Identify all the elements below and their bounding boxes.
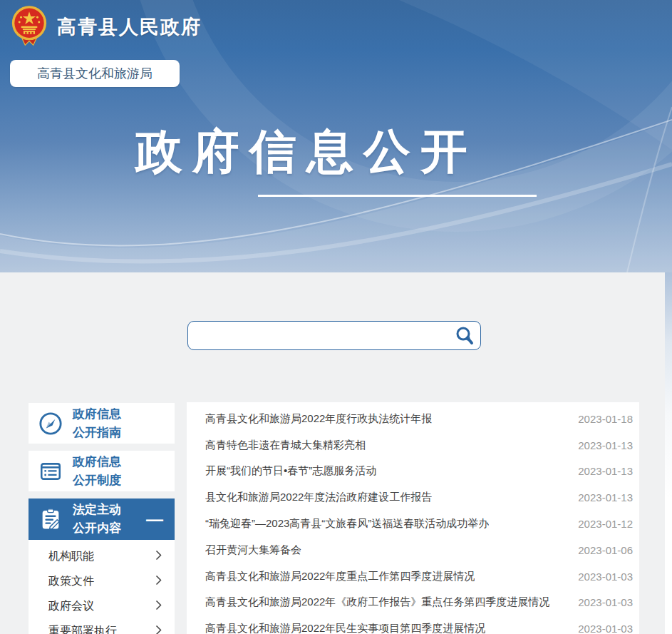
sidebar-item-label: 政府信息 公开制度 bbox=[73, 453, 121, 490]
article-row[interactable]: 开展“我们的节日•春节”志愿服务活动 2023-01-13 bbox=[187, 459, 639, 485]
article-row[interactable]: 县文化和旅游局2022年度法治政府建设工作报告 2023-01-13 bbox=[187, 484, 639, 511]
article-title[interactable]: 县文化和旅游局2022年度法治政府建设工作报告 bbox=[205, 491, 432, 504]
submenu-item-label: 重要部署执行 bbox=[48, 624, 117, 634]
collapse-minus-icon[interactable]: — bbox=[146, 516, 163, 523]
article-date: 2023-01-03 bbox=[578, 623, 633, 634]
article-row[interactable]: 高青县文化和旅游局2022年度重点工作第四季度进展情况 2023-01-03 bbox=[187, 563, 639, 590]
search-button[interactable] bbox=[449, 322, 480, 349]
sidebar: 政府信息 公开指南 政府信息 公开制度 bbox=[29, 403, 175, 634]
search-box bbox=[187, 321, 481, 350]
article-date: 2023-01-03 bbox=[578, 596, 633, 608]
article-row[interactable]: 高青特色非遗在青城大集精彩亮相 2023-01-13 bbox=[187, 432, 639, 459]
site-title: 高青县人民政府 bbox=[57, 14, 202, 40]
article-title[interactable]: 高青县文化和旅游局2022年度行政执法统计年报 bbox=[205, 412, 432, 426]
article-title[interactable]: 开展“我们的节日•春节”志愿服务活动 bbox=[205, 464, 376, 478]
article-title[interactable]: 高青县文化和旅游局2022年《政府工作报告》重点任务第四季度进展情况 bbox=[205, 595, 549, 609]
clipboard-pencil-icon bbox=[29, 507, 73, 531]
article-list: 高青县文化和旅游局2022年度行政执法统计年报 2023-01-18 高青特色非… bbox=[187, 402, 639, 634]
search-icon bbox=[454, 325, 475, 347]
article-row[interactable]: 召开黄河大集筹备会 2023-01-06 bbox=[187, 537, 639, 563]
sidebar-item-statutory-disclosure[interactable]: 法定主动 公开内容 — bbox=[29, 498, 175, 540]
site-header: 高青县人民政府 bbox=[9, 5, 202, 49]
article-title[interactable]: 高青县文化和旅游局2022年民生实事项目第四季度进展情况 bbox=[205, 622, 485, 634]
title-underline bbox=[258, 195, 537, 197]
national-emblem-logo bbox=[9, 5, 50, 49]
chevron-right-icon bbox=[155, 575, 162, 588]
page: { "site": { "name": "高青县人民政府", "dept_but… bbox=[0, 0, 672, 634]
article-row[interactable]: 高青县文化和旅游局2022年度行政执法统计年报 2023-01-18 bbox=[187, 406, 639, 432]
article-title[interactable]: 高青特色非遗在青城大集精彩亮相 bbox=[205, 439, 366, 452]
article-date: 2023-01-06 bbox=[578, 544, 633, 556]
article-title[interactable]: “瑞兔迎春”—2023高青县“文旅春风”送福送春联活动成功举办 bbox=[205, 517, 489, 531]
sidebar-item-disclosure-system[interactable]: 政府信息 公开制度 bbox=[29, 451, 175, 491]
article-title[interactable]: 高青县文化和旅游局2022年度重点工作第四季度进展情况 bbox=[205, 570, 475, 583]
chevron-right-icon bbox=[155, 600, 162, 613]
submenu-item[interactable]: 机构职能 bbox=[29, 544, 175, 569]
submenu-item-label: 机构职能 bbox=[48, 549, 94, 564]
submenu-item[interactable]: 政策文件 bbox=[29, 569, 175, 594]
article-date: 2023-01-13 bbox=[578, 439, 633, 451]
sidebar-item-label: 法定主动 公开内容 bbox=[73, 501, 121, 538]
department-tab-button[interactable]: 高青县文化和旅游局 bbox=[10, 60, 180, 87]
sidebar-submenu: 机构职能 政策文件 政府会议 重要部署执行 bbox=[29, 540, 175, 634]
submenu-item[interactable]: 重要部署执行 bbox=[29, 619, 175, 634]
article-row[interactable]: “瑞兔迎春”—2023高青县“文旅春风”送福送春联活动成功举办 2023-01-… bbox=[187, 511, 639, 537]
article-row[interactable]: 高青县文化和旅游局2022年民生实事项目第四季度进展情况 2023-01-03 bbox=[187, 615, 639, 634]
banner: 高青县人民政府 高青县文化和旅游局 政府信息公开 bbox=[0, 0, 672, 272]
article-date: 2023-01-03 bbox=[578, 571, 633, 583]
submenu-item-label: 政策文件 bbox=[48, 574, 94, 589]
article-row[interactable]: 高青县文化和旅游局2022年《政府工作报告》重点任务第四季度进展情况 2023-… bbox=[187, 590, 639, 616]
submenu-item-label: 政府会议 bbox=[48, 599, 94, 614]
article-date: 2023-01-13 bbox=[578, 465, 633, 477]
submenu-item[interactable]: 政府会议 bbox=[29, 594, 175, 619]
search-input[interactable] bbox=[188, 322, 449, 349]
chevron-right-icon bbox=[155, 625, 162, 634]
article-date: 2023-01-12 bbox=[578, 518, 633, 530]
ledger-icon bbox=[29, 459, 73, 484]
article-date: 2023-01-18 bbox=[578, 413, 633, 425]
sidebar-item-label: 政府信息 公开指南 bbox=[73, 405, 121, 442]
article-title[interactable]: 召开黄河大集筹备会 bbox=[205, 543, 301, 557]
page-title: 政府信息公开 bbox=[0, 120, 613, 184]
sidebar-item-disclosure-guide[interactable]: 政府信息 公开指南 bbox=[29, 403, 175, 444]
compass-icon bbox=[29, 411, 73, 436]
chevron-right-icon bbox=[155, 550, 162, 563]
article-date: 2023-01-13 bbox=[578, 491, 633, 503]
